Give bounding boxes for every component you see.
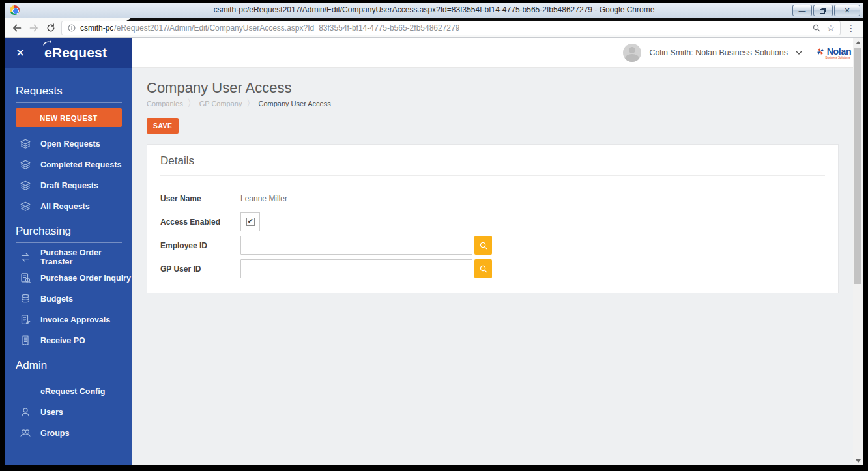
bookmark-star-icon[interactable]: ☆ (826, 23, 835, 33)
user-menu-label: Colin Smith: Nolan Business Solutions (649, 48, 788, 57)
breadcrumb-companies[interactable]: Companies (147, 100, 183, 107)
gp-user-id-lookup-button[interactable] (474, 259, 492, 278)
sidebar-item-completed-requests[interactable]: Completed Requests (5, 154, 132, 175)
browser-window-title: csmith-pc/eRequest2017/Admin/Edit/Compan… (5, 5, 863, 14)
scroll-down-button[interactable] (853, 456, 863, 465)
section-title-purchasing: Purchasing (5, 225, 132, 238)
sidebar: ✕ eRequest Requests NEW REQUEST Open Req… (5, 38, 132, 465)
url-bar[interactable]: csmith-pc/eRequest2017/Admin/Edit/Compan… (61, 21, 841, 35)
breadcrumb-chevron-icon: 〉 (246, 97, 253, 110)
app-header: Colin Smith: Nolan Business Solutions No… (132, 38, 853, 68)
sidebar-item-draft-requests[interactable]: Draft Requests (5, 175, 132, 196)
access-enabled-checkbox-wrap (240, 212, 260, 231)
nolan-pinwheel-icon (815, 46, 826, 57)
zoom-icon[interactable] (812, 23, 821, 33)
save-button[interactable]: SAVE (147, 118, 179, 134)
user-name-value: Leanne Miller (240, 194, 287, 203)
sidebar-close-icon[interactable]: ✕ (5, 46, 35, 60)
user-menu[interactable]: Colin Smith: Nolan Business Solutions (623, 44, 813, 62)
breadcrumb: Companies 〉 GP Company 〉 Company User Ac… (147, 98, 839, 108)
sidebar-item-purchase-order-transfer[interactable]: Purchase Order Transfer (5, 247, 132, 268)
app-logo: eRequest (44, 45, 107, 61)
sidebar-item-budgets[interactable]: Budgets (5, 289, 132, 309)
field-row-user-name: User Name Leanne Miller (160, 189, 825, 208)
search-icon (479, 264, 488, 274)
minimize-button[interactable]: — (792, 5, 812, 16)
page-scrollbar[interactable] (853, 38, 863, 465)
sidebar-item-label: All Requests (40, 202, 90, 211)
nolan-logo[interactable]: Nolan Business Solutions (813, 38, 853, 67)
blank-icon (19, 385, 32, 398)
access-enabled-label: Access Enabled (160, 218, 240, 227)
new-request-button[interactable]: NEW REQUEST (16, 108, 122, 127)
requests-stack-icon (19, 179, 32, 192)
window-edge-shadow (126, 18, 863, 21)
sidebar-item-receive-po[interactable]: Receive PO (5, 330, 132, 351)
employee-id-input[interactable] (240, 236, 472, 255)
chrome-menu-button[interactable]: ⋮ (845, 23, 858, 33)
sidebar-item-erequest-config[interactable]: eRequest Config (5, 381, 132, 402)
sidebar-item-purchase-order-inquiry[interactable]: Purchase Order Inquiry (5, 268, 132, 289)
sidebar-item-label: Draft Requests (40, 181, 98, 190)
breadcrumb-gp-company[interactable]: GP Company (199, 100, 242, 107)
sidebar-brand-band: ✕ eRequest (5, 38, 132, 68)
users-group-icon (19, 427, 32, 440)
sidebar-nav: Requests NEW REQUEST Open Requests Compl… (5, 68, 132, 444)
page-info-icon[interactable] (67, 23, 76, 33)
nolan-brand-name: Nolan (827, 46, 851, 57)
sidebar-item-open-requests[interactable]: Open Requests (5, 134, 132, 154)
breadcrumb-current: Company User Access (258, 100, 330, 107)
section-title-requests: Requests (5, 85, 132, 98)
details-card: Details User Name Leanne Miller Access E… (147, 144, 839, 293)
scrollbar-track[interactable] (853, 47, 863, 456)
section-divider (16, 102, 122, 103)
access-enabled-checkbox[interactable] (246, 218, 255, 226)
forward-button[interactable] (27, 21, 40, 35)
invoice-pencil-icon (19, 313, 32, 326)
receipt-icon (19, 334, 32, 347)
breadcrumb-chevron-icon: 〉 (188, 97, 195, 110)
sidebar-item-groups[interactable]: Groups (5, 423, 132, 444)
restore-icon (820, 9, 825, 14)
sidebar-item-label: Purchase Order Transfer (40, 248, 132, 266)
nolan-brand-tagline: Business Solutions (825, 56, 850, 59)
scroll-up-button[interactable] (853, 38, 863, 47)
avatar (623, 44, 641, 62)
section-divider (16, 242, 122, 243)
restore-button[interactable] (813, 5, 833, 16)
back-button[interactable] (10, 21, 23, 35)
sidebar-item-label: Groups (40, 429, 69, 438)
browser-window: csmith-pc/eRequest2017/Admin/Edit/Compan… (5, 3, 863, 465)
browser-titlebar[interactable]: csmith-pc/eRequest2017/Admin/Edit/Compan… (5, 3, 863, 18)
chevron-down-icon (796, 51, 802, 55)
sidebar-item-users[interactable]: Users (5, 402, 132, 423)
employee-id-label: Employee ID (160, 241, 240, 250)
field-row-access-enabled: Access Enabled (160, 212, 825, 231)
sidebar-item-label: eRequest Config (40, 387, 105, 396)
page-content: Company User Access Companies 〉 GP Compa… (132, 68, 853, 465)
section-divider (16, 377, 122, 377)
sidebar-item-label: Budgets (40, 294, 73, 304)
requests-stack-icon (19, 137, 32, 150)
requests-stack-icon (19, 200, 32, 213)
field-row-gp-user-id: GP User ID (160, 259, 825, 278)
search-icon (479, 241, 488, 250)
app-viewport: ✕ eRequest Requests NEW REQUEST Open Req… (5, 38, 863, 465)
logo-swoosh-icon (43, 40, 52, 46)
requests-stack-icon (19, 158, 32, 171)
sidebar-item-label: Users (40, 408, 63, 417)
gp-user-id-input[interactable] (240, 259, 472, 278)
employee-id-lookup-button[interactable] (474, 236, 492, 255)
transfer-arrows-icon (19, 251, 32, 264)
sidebar-item-all-requests[interactable]: All Requests (5, 196, 132, 217)
gp-user-id-label: GP User ID (160, 264, 240, 274)
sidebar-item-invoice-approvals[interactable]: Invoice Approvals (5, 309, 132, 330)
sidebar-item-label: Purchase Order Inquiry (40, 274, 131, 283)
field-row-employee-id: Employee ID (160, 236, 825, 255)
sidebar-item-label: Invoice Approvals (40, 315, 110, 324)
scrollbar-thumb[interactable] (854, 48, 861, 284)
close-button[interactable]: ✕ (834, 5, 860, 16)
sidebar-item-label: Open Requests (40, 139, 100, 149)
section-title-admin: Admin (5, 359, 132, 372)
reload-button[interactable] (44, 21, 57, 35)
